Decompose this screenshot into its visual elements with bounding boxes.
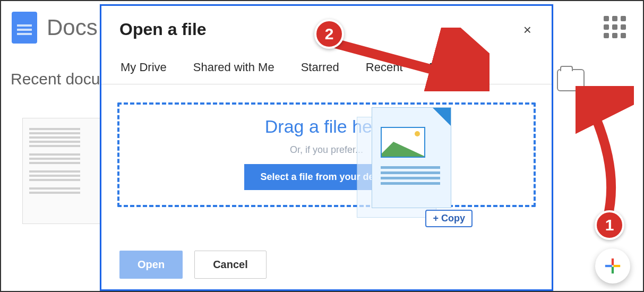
tab-starred[interactable]: Starred xyxy=(300,57,340,84)
svg-rect-1 xyxy=(612,267,614,273)
svg-rect-0 xyxy=(612,259,614,265)
apps-launcher-icon[interactable] xyxy=(604,16,626,38)
new-document-button[interactable] xyxy=(595,248,630,284)
open-button[interactable]: Open xyxy=(119,251,183,279)
app-name: Docs xyxy=(47,15,98,40)
plus-multicolor-icon xyxy=(604,257,622,275)
select-file-button[interactable]: Select a file from your device xyxy=(244,164,408,190)
annotation-step-2: 2 xyxy=(314,19,344,49)
document-thumbnail[interactable] xyxy=(22,118,102,224)
close-button[interactable]: × xyxy=(519,20,536,40)
svg-rect-3 xyxy=(613,265,620,267)
docs-logo-icon xyxy=(12,12,37,44)
tab-recent[interactable]: Recent xyxy=(365,57,404,84)
tab-my-drive[interactable]: My Drive xyxy=(119,57,168,84)
tab-upload[interactable]: Upload xyxy=(428,57,470,84)
annotation-step-1: 1 xyxy=(595,210,624,240)
open-file-picker-button[interactable] xyxy=(557,69,585,91)
cancel-button[interactable]: Cancel xyxy=(194,251,267,279)
annotation-arrow-1 xyxy=(576,86,634,224)
dropzone-subtitle: Or, if you prefer... xyxy=(125,144,528,156)
upload-dropzone[interactable]: Drag a file here Or, if you prefer... Se… xyxy=(117,102,536,207)
tab-shared-with-me[interactable]: Shared with Me xyxy=(192,57,276,84)
dropzone-title: Drag a file here xyxy=(125,116,528,137)
picker-tabs: My Drive Shared with Me Starred Recent U… xyxy=(101,44,552,84)
svg-rect-2 xyxy=(605,265,612,267)
